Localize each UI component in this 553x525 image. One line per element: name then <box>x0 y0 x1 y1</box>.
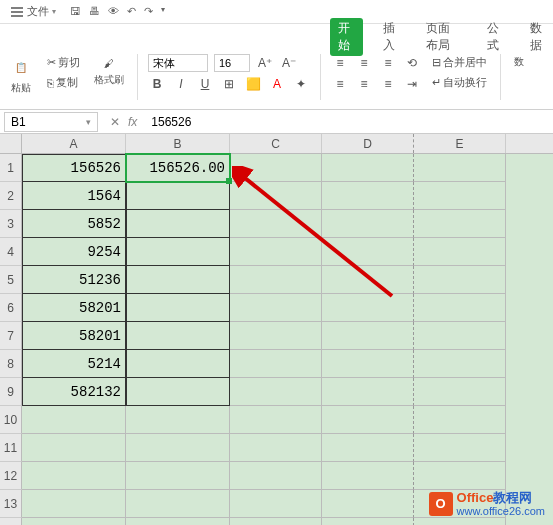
cell-B12[interactable] <box>126 462 230 490</box>
undo-icon[interactable]: ↶ <box>127 5 136 18</box>
row-header-12[interactable]: 12 <box>0 462 22 490</box>
cell-C11[interactable] <box>230 434 322 462</box>
cell-C9[interactable] <box>230 378 322 406</box>
underline-button[interactable]: U <box>196 75 214 93</box>
cell-A9[interactable]: 582132 <box>22 378 126 406</box>
cell-D6[interactable] <box>322 294 414 322</box>
bold-button[interactable]: B <box>148 75 166 93</box>
row-header-2[interactable]: 2 <box>0 182 22 210</box>
cell-D4[interactable] <box>322 238 414 266</box>
cell-C3[interactable] <box>230 210 322 238</box>
cell-C14[interactable] <box>230 518 322 525</box>
number-format-button[interactable]: 数 <box>511 54 527 70</box>
cell-C1[interactable] <box>230 154 322 182</box>
tab-start[interactable]: 开始 <box>330 18 363 56</box>
cell-E1[interactable] <box>414 154 506 182</box>
formula-input[interactable]: 156526 <box>145 115 553 129</box>
align-top-icon[interactable]: ≡ <box>331 54 349 72</box>
row-header-14[interactable]: 14 <box>0 518 22 525</box>
cell-D9[interactable] <box>322 378 414 406</box>
font-name-select[interactable] <box>148 54 208 72</box>
tab-data[interactable]: 数据 <box>524 17 553 57</box>
cells-area[interactable]: 156526156526.001564585292545123658201582… <box>22 154 553 525</box>
merge-center-button[interactable]: ⊟ 合并居中 <box>429 54 490 71</box>
cell-A7[interactable]: 58201 <box>22 322 126 350</box>
font-color-button[interactable]: A <box>268 75 286 93</box>
cell-E2[interactable] <box>414 182 506 210</box>
col-header-E[interactable]: E <box>414 134 506 153</box>
increase-font-icon[interactable]: A⁺ <box>256 54 274 72</box>
orientation-icon[interactable]: ⟲ <box>403 54 421 72</box>
cell-D7[interactable] <box>322 322 414 350</box>
cell-B2[interactable] <box>126 182 230 210</box>
cell-B10[interactable] <box>126 406 230 434</box>
row-header-6[interactable]: 6 <box>0 294 22 322</box>
cell-E12[interactable] <box>414 462 506 490</box>
cut-button[interactable]: ✂ 剪切 <box>44 54 83 71</box>
border-button[interactable]: ⊞ <box>220 75 238 93</box>
col-header-B[interactable]: B <box>126 134 230 153</box>
paste-button[interactable]: 📋 粘贴 <box>6 54 36 96</box>
preview-icon[interactable]: 👁 <box>108 5 119 18</box>
cell-A1[interactable]: 156526 <box>22 154 126 182</box>
cell-A10[interactable] <box>22 406 126 434</box>
col-header-C[interactable]: C <box>230 134 322 153</box>
row-header-3[interactable]: 3 <box>0 210 22 238</box>
align-middle-icon[interactable]: ≡ <box>355 54 373 72</box>
decrease-font-icon[interactable]: A⁻ <box>280 54 298 72</box>
effects-button[interactable]: ✦ <box>292 75 310 93</box>
col-header-D[interactable]: D <box>322 134 414 153</box>
font-size-select[interactable] <box>214 54 250 72</box>
name-box[interactable]: B1 ▾ <box>4 112 98 132</box>
cell-A5[interactable]: 51236 <box>22 266 126 294</box>
cell-C13[interactable] <box>230 490 322 518</box>
cell-C7[interactable] <box>230 322 322 350</box>
cell-A12[interactable] <box>22 462 126 490</box>
cell-D12[interactable] <box>322 462 414 490</box>
cell-A2[interactable]: 1564 <box>22 182 126 210</box>
cancel-icon[interactable]: ✕ <box>110 115 120 129</box>
print-icon[interactable]: 🖶 <box>89 5 100 18</box>
cell-E4[interactable] <box>414 238 506 266</box>
cell-D2[interactable] <box>322 182 414 210</box>
cell-B13[interactable] <box>126 490 230 518</box>
cell-B5[interactable] <box>126 266 230 294</box>
cell-D14[interactable] <box>322 518 414 525</box>
row-header-13[interactable]: 13 <box>0 490 22 518</box>
select-all-corner[interactable] <box>0 134 22 153</box>
cell-B4[interactable] <box>126 238 230 266</box>
fx-icon[interactable]: fx <box>128 115 137 129</box>
row-header-5[interactable]: 5 <box>0 266 22 294</box>
row-header-10[interactable]: 10 <box>0 406 22 434</box>
cell-A11[interactable] <box>22 434 126 462</box>
cell-C6[interactable] <box>230 294 322 322</box>
cell-D13[interactable] <box>322 490 414 518</box>
cell-B7[interactable] <box>126 322 230 350</box>
redo-icon[interactable]: ↷ <box>144 5 153 18</box>
cell-B3[interactable] <box>126 210 230 238</box>
cell-E7[interactable] <box>414 322 506 350</box>
chevron-down-icon[interactable]: ▾ <box>161 5 165 18</box>
row-header-11[interactable]: 11 <box>0 434 22 462</box>
tab-formula[interactable]: 公式 <box>481 17 510 57</box>
row-header-9[interactable]: 9 <box>0 378 22 406</box>
align-right-icon[interactable]: ≡ <box>379 75 397 93</box>
cell-D1[interactable] <box>322 154 414 182</box>
cell-A4[interactable]: 9254 <box>22 238 126 266</box>
copy-button[interactable]: ⎘ 复制 <box>44 74 83 91</box>
align-left-icon[interactable]: ≡ <box>331 75 349 93</box>
format-painter-button[interactable]: 🖌 格式刷 <box>91 54 127 88</box>
indent-icon[interactable]: ⇥ <box>403 75 421 93</box>
col-header-A[interactable]: A <box>22 134 126 153</box>
cell-A6[interactable]: 58201 <box>22 294 126 322</box>
cell-C5[interactable] <box>230 266 322 294</box>
cell-D11[interactable] <box>322 434 414 462</box>
wrap-text-button[interactable]: ↵ 自动换行 <box>429 74 490 91</box>
cell-B6[interactable] <box>126 294 230 322</box>
cell-D10[interactable] <box>322 406 414 434</box>
cell-E14[interactable] <box>414 518 506 525</box>
cell-D5[interactable] <box>322 266 414 294</box>
cell-A14[interactable] <box>22 518 126 525</box>
tab-insert[interactable]: 插入 <box>377 17 406 57</box>
cell-C4[interactable] <box>230 238 322 266</box>
